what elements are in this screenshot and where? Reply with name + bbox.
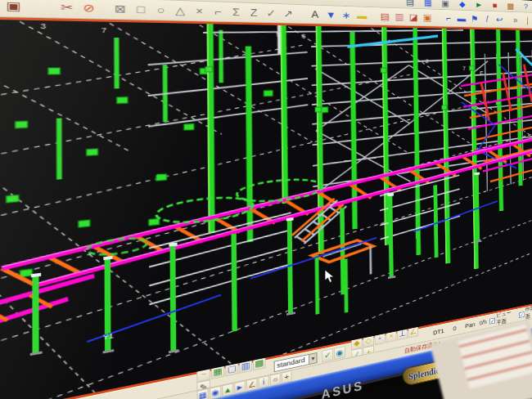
footing-blocks	[7, 65, 330, 279]
grid-label: 7	[462, 66, 466, 72]
grid-label: E	[480, 71, 484, 77]
grid-label: 2	[426, 59, 429, 65]
fast-forward-icon[interactable]: »	[509, 15, 521, 25]
palette-icon[interactable]: ▩	[506, 0, 516, 11]
grid-label: 3	[41, 23, 47, 30]
toolbar-spacer	[296, 13, 307, 14]
photo-stage: ▤▦▣◆►■▩? ▣✂⊘⊠□○△×⌐ΣZ✓↗A▼∗▬▤▥◪▣⌐▬⚑/↩»|	[0, 0, 532, 399]
triangle-tool-icon[interactable]: △	[170, 4, 190, 17]
status-field-dt1: DT1	[433, 328, 444, 337]
red-corner-icon[interactable]: ◪	[407, 11, 421, 23]
status-field-pan: Pan	[465, 321, 475, 330]
check-tool-icon[interactable]: ✓	[263, 7, 280, 19]
binoculars-icon[interactable]: A	[307, 8, 323, 20]
save-icon[interactable]: ▦	[422, 0, 434, 8]
toolbar-spacer	[435, 17, 442, 18]
toolbar-spacer	[369, 16, 377, 16]
x-tool-icon[interactable]: ×	[190, 4, 209, 17]
tools-icon[interactable]: ◆	[457, 0, 467, 9]
cut-icon[interactable]: ✂	[56, 0, 79, 14]
blue-dash-icon[interactable]: ▬	[455, 13, 468, 24]
corner-tool-icon[interactable]: ⌐	[209, 5, 228, 18]
clip-white-icon[interactable]: ▥	[392, 11, 407, 22]
select-object-icon[interactable]: ▣	[2, 0, 25, 13]
plane-prefix: 0/h	[480, 319, 487, 326]
arrow-ne-icon[interactable]: ↗	[280, 7, 297, 20]
blue-return-icon[interactable]: ↩	[494, 14, 506, 25]
play-icon[interactable]: ►	[474, 0, 485, 10]
checkbox-check-icon: ✓	[489, 317, 495, 324]
doc-icon[interactable]: ▤	[404, 0, 416, 7]
view-list-icon[interactable]: ▦	[196, 388, 208, 399]
star-icon[interactable]: ∗	[339, 9, 354, 20]
circle-tool-icon[interactable]: ○	[151, 3, 170, 16]
checkbox-check-icon: ✓	[519, 312, 524, 318]
blue-j-icon[interactable]: ⌐	[442, 12, 455, 23]
print-icon[interactable]: ▣	[440, 0, 451, 8]
upper-right-frames	[347, 34, 532, 195]
z-tool-icon[interactable]: Z	[245, 7, 263, 19]
rect-tool-icon[interactable]: □	[131, 2, 151, 16]
orange-box-icon[interactable]: ▣	[421, 12, 435, 24]
toolbar-spacer	[25, 6, 56, 7]
help-icon[interactable]: ?	[521, 1, 531, 11]
distant-columns	[59, 27, 222, 179]
blue-slash-icon[interactable]: /	[480, 14, 494, 25]
stop-icon[interactable]: ■	[489, 0, 499, 11]
apply-check-icon[interactable]: ✓	[322, 348, 333, 362]
yellow-pad-icon[interactable]: ▬	[354, 10, 370, 21]
mouse-cursor	[324, 269, 336, 284]
chevron-down-icon[interactable]: ▼	[309, 353, 317, 364]
grid-label: 5	[276, 32, 280, 38]
main-columns	[205, 24, 532, 314]
clip-red-icon[interactable]: ▤	[377, 11, 392, 22]
bar-icon[interactable]: |	[521, 16, 532, 26]
globe-icon[interactable]: ◉	[334, 346, 345, 360]
weld-icon[interactable]: ⊘	[79, 1, 100, 15]
crossed-box-icon[interactable]: ⊠	[110, 2, 130, 16]
grid-label: 6	[302, 34, 306, 40]
status-field-zero: 0	[453, 325, 457, 332]
sigma-tool-icon[interactable]: Σ	[227, 6, 245, 19]
blue-flag-icon[interactable]: ⚑	[468, 13, 481, 24]
filter-funnel-icon[interactable]: ▼	[323, 9, 339, 21]
grid-label: 7	[101, 27, 106, 34]
toolbar-spacer	[100, 8, 110, 9]
